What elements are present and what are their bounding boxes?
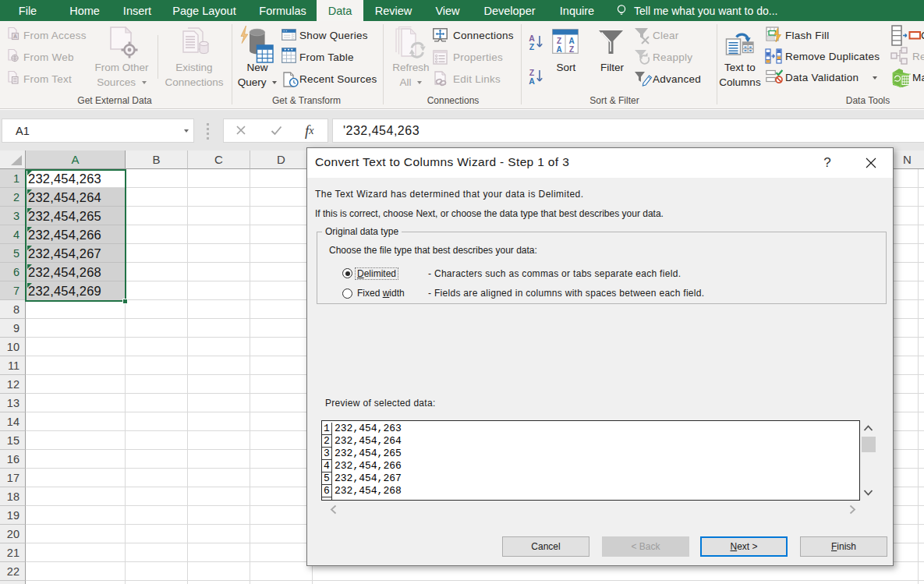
svg-text:A: A	[556, 45, 561, 54]
svg-text:Z: Z	[569, 45, 574, 54]
svg-text:Z: Z	[529, 42, 535, 51]
svg-text:A: A	[13, 34, 17, 39]
svg-text:Z: Z	[557, 37, 561, 45]
svg-text:A: A	[568, 37, 574, 45]
svg-text:A: A	[529, 76, 535, 86]
